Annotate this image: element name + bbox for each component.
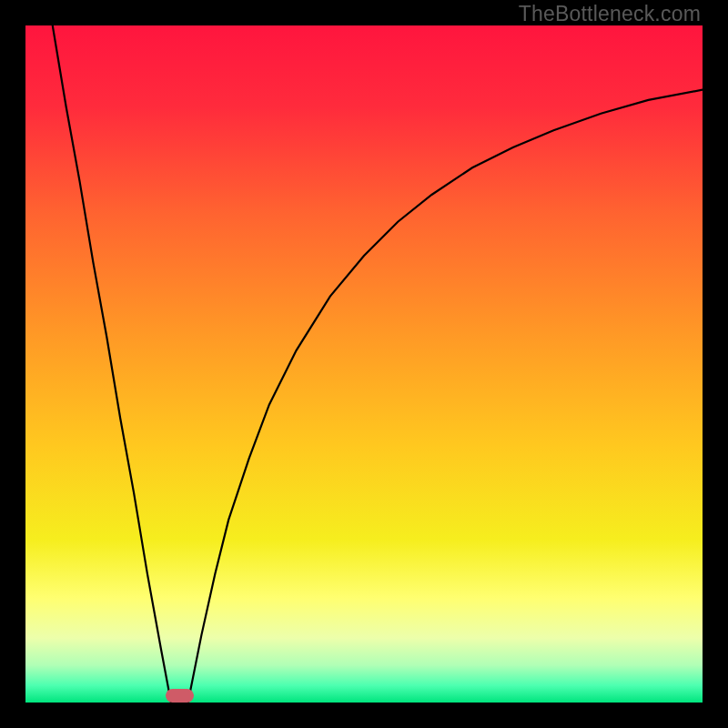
watermark-text: TheBottleneck.com <box>519 2 701 26</box>
bottleneck-curve <box>25 25 703 703</box>
bottleneck-marker <box>166 689 194 703</box>
curve-right-branch <box>188 90 703 703</box>
curve-left-branch <box>53 25 171 703</box>
chart-frame: TheBottleneck.com <box>0 0 728 728</box>
plot-area <box>25 25 703 703</box>
